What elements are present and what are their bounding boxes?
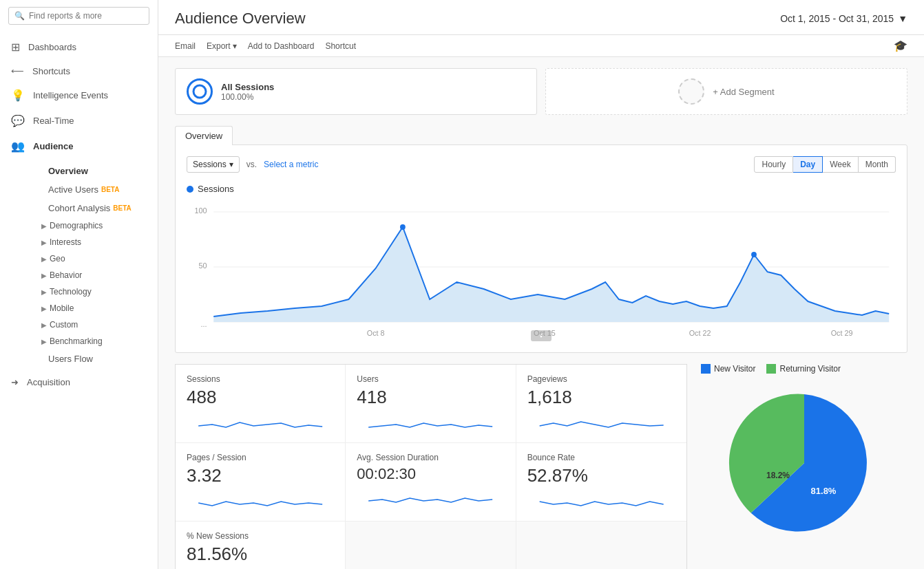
stats-left: Sessions 488 Users 418 <box>175 364 687 569</box>
stat-label-avg-session: Avg. Session Duration <box>357 453 504 462</box>
pie-chart-section: New Visitor Returning Visitor <box>687 364 907 569</box>
time-btn-day[interactable]: Day <box>793 156 823 173</box>
search-icon: 🔍 <box>14 11 25 21</box>
demographics-label: Demographics <box>50 221 103 230</box>
sidebar-item-acquisition[interactable]: ➜ Acquisition <box>0 371 158 394</box>
sidebar-item-label: Intelligence Events <box>33 90 108 100</box>
nav-section-main: ⊞ Dashboards ⟵ Shortcuts 💡 Intelligence … <box>0 32 158 162</box>
pie-chart-svg: 81.8% 18.2% <box>722 380 887 546</box>
time-btn-month[interactable]: Month <box>859 156 896 173</box>
technology-label: Technology <box>50 287 92 297</box>
segment-add[interactable]: + Add Segment <box>545 68 907 115</box>
overview-label: Overview <box>48 166 88 176</box>
sidebar-item-active-users[interactable]: Active Users BETA <box>14 180 158 199</box>
search-input[interactable] <box>29 11 143 21</box>
sidebar-item-overview[interactable]: Overview <box>14 162 158 180</box>
stat-label-new-sessions: % New Sessions <box>187 531 334 541</box>
email-button[interactable]: Email <box>175 40 196 52</box>
legend-label: Sessions <box>198 184 234 194</box>
sparkline-bounce-rate <box>527 491 675 511</box>
sidebar-item-benchmarking[interactable]: ▶ Benchmarking <box>14 333 158 350</box>
sidebar-item-behavior[interactable]: ▶ Behavior <box>14 267 158 283</box>
stat-avg-session: Avg. Session Duration 00:02:30 <box>346 443 516 522</box>
sparkline-users <box>357 412 504 433</box>
svg-text:18.2%: 18.2% <box>766 471 790 480</box>
sidebar-item-custom[interactable]: ▶ Custom <box>14 316 158 333</box>
stat-empty-1 <box>346 522 516 569</box>
stat-value-bounce-rate: 52.87% <box>527 465 675 486</box>
select-metric-link[interactable]: Select a metric <box>264 160 318 169</box>
chart-svg: 100 50 ... Oct 8 Oct 15 <box>187 200 896 337</box>
chevron-icon: ▶ <box>41 338 47 345</box>
segment-circle <box>187 78 213 105</box>
search-box[interactable]: 🔍 <box>8 7 149 25</box>
svg-point-8 <box>400 224 406 230</box>
sidebar-item-intelligence[interactable]: 💡 Intelligence Events <box>0 83 158 108</box>
benchmarking-label: Benchmarking <box>50 336 103 346</box>
active-users-label: Active Users <box>48 184 98 195</box>
svg-point-0 <box>193 85 206 98</box>
chevron-icon: ▶ <box>41 222 47 230</box>
sidebar-item-geo[interactable]: ▶ Geo <box>14 250 158 267</box>
sidebar-item-audience[interactable]: 👥 Audience <box>0 133 158 159</box>
stat-label-pages-session: Pages / Session <box>187 453 334 462</box>
chevron-icon: ▶ <box>41 255 47 263</box>
stat-sessions: Sessions 488 <box>176 365 346 443</box>
audience-sub-nav: Overview Active Users BETA Cohort Analys… <box>0 162 158 368</box>
svg-text:50: 50 <box>198 261 207 270</box>
time-btn-week[interactable]: Week <box>823 156 858 173</box>
date-range-picker[interactable]: Oct 1, 2015 - Oct 31, 2015 ▼ <box>780 13 907 24</box>
add-segment-label: + Add Segment <box>713 87 774 97</box>
sidebar-item-cohort[interactable]: Cohort Analysis BETA <box>14 199 158 217</box>
stat-label-bounce-rate: Bounce Rate <box>527 453 675 462</box>
shortcut-button[interactable]: Shortcut <box>325 40 356 52</box>
sidebar-item-dashboards[interactable]: ⊞ Dashboards <box>0 34 158 60</box>
metric-dropdown[interactable]: Sessions ▾ <box>187 156 240 173</box>
sidebar-item-label: Audience <box>33 141 74 151</box>
stat-pageviews: Pageviews 1,618 <box>516 365 686 443</box>
beta-badge-cohort: BETA <box>113 204 131 212</box>
stat-label-users: Users <box>357 374 504 384</box>
export-button[interactable]: Export ▾ <box>207 40 237 52</box>
add-dashboard-button[interactable]: Add to Dashboard <box>248 40 315 52</box>
realtime-icon: 💬 <box>11 114 25 127</box>
pie-legend: New Visitor Returning Visitor <box>701 364 907 374</box>
sparkline-pages-session <box>187 491 334 511</box>
stat-value-new-sessions: 81.56% <box>187 544 334 565</box>
sidebar-item-realtime[interactable]: 💬 Real-Time <box>0 108 158 133</box>
svg-text:100: 100 <box>194 206 207 215</box>
overview-tab[interactable]: Overview <box>175 126 233 145</box>
add-segment-circle <box>678 78 704 105</box>
main-content-body: All Sessions 100.00% + Add Segment Overv… <box>158 57 924 569</box>
sidebar-item-interests[interactable]: ▶ Interests <box>14 234 158 250</box>
segment-info: All Sessions 100.00% <box>221 82 274 102</box>
stat-pages-session: Pages / Session 3.32 <box>176 443 346 522</box>
time-btn-hourly[interactable]: Hourly <box>754 156 793 173</box>
main-content: Audience Overview Oct 1, 2015 - Oct 31, … <box>158 0 924 569</box>
sidebar-item-mobile[interactable]: ▶ Mobile <box>14 300 158 316</box>
sidebar-item-label: Shortcuts <box>32 66 70 76</box>
audience-icon: 👥 <box>11 140 25 153</box>
stats-grid: Sessions 488 Users 418 <box>175 364 687 569</box>
time-buttons: Hourly Day Week Month <box>754 156 896 173</box>
sidebar-item-users-flow[interactable]: Users Flow <box>14 350 158 368</box>
segment-all-sessions[interactable]: All Sessions 100.00% <box>175 68 537 115</box>
metric-selector-row: Sessions ▾ vs. Select a metric Hourly Da… <box>187 156 896 173</box>
sidebar: 🔍 ⊞ Dashboards ⟵ Shortcuts 💡 Intelligenc… <box>0 0 158 569</box>
sidebar-item-shortcuts[interactable]: ⟵ Shortcuts <box>0 60 158 83</box>
new-visitor-label: New Visitor <box>714 364 755 374</box>
metric-label: Sessions <box>193 160 227 169</box>
svg-point-9 <box>751 252 757 257</box>
export-arrow-icon: ▾ <box>233 41 237 51</box>
sessions-chart: 100 50 ... Oct 8 Oct 15 <box>187 200 896 337</box>
beta-badge-active-users: BETA <box>101 186 119 193</box>
sidebar-item-label: Real-Time <box>33 116 74 126</box>
shortcuts-icon: ⟵ <box>11 66 24 76</box>
sidebar-item-demographics[interactable]: ▶ Demographics <box>14 217 158 234</box>
custom-label: Custom <box>50 320 78 330</box>
sidebar-item-technology[interactable]: ▶ Technology <box>14 283 158 300</box>
stat-empty-2 <box>516 522 686 569</box>
hat-icon[interactable]: 🎓 <box>894 39 907 52</box>
report-toolbar: Email Export ▾ Add to Dashboard Shortcut… <box>158 35 924 57</box>
chevron-icon: ▶ <box>41 288 47 296</box>
